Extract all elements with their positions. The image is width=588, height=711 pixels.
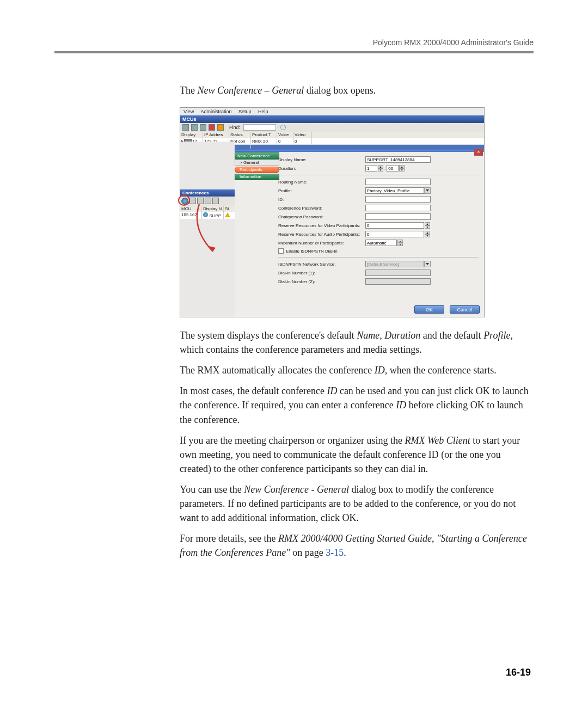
toolbar-icon-3[interactable] xyxy=(200,124,206,131)
col-voice[interactable]: Voice xyxy=(277,132,293,138)
p6-text: . xyxy=(344,547,346,558)
p1-name: Name xyxy=(357,330,379,341)
mcus-section-header: MCUs xyxy=(180,115,484,123)
p6-text: , xyxy=(432,533,437,544)
header-rule xyxy=(54,51,534,53)
page-number: 16-19 xyxy=(506,667,531,678)
display-name-input[interactable] xyxy=(365,156,431,163)
col-video[interactable]: Video xyxy=(293,132,312,138)
p5-text: You can use the xyxy=(180,484,244,495)
row-video: 0 xyxy=(293,138,312,144)
separator xyxy=(278,257,479,258)
conferences-section-header: Conferences xyxy=(180,189,235,197)
menu-admin[interactable]: Administration xyxy=(200,109,231,114)
conf-password-label: Conference Password: xyxy=(278,206,365,211)
duration-m-spinner[interactable]: ▲▼ xyxy=(399,165,405,171)
popup-participants[interactable]: Participants xyxy=(235,167,279,173)
close-icon[interactable]: × xyxy=(474,149,483,156)
menu-help[interactable]: Help xyxy=(258,109,268,114)
chair-password-label: Chairperson Password: xyxy=(278,214,365,219)
mcus-toolbar: Find: xyxy=(180,123,484,132)
delete-icon[interactable] xyxy=(209,124,215,131)
dialin2-label: Dial-in Number (2): xyxy=(278,279,365,284)
duration-minutes-input[interactable] xyxy=(387,165,399,171)
routing-name-label: Routing Name: xyxy=(278,180,365,185)
intro-dialog-name: New Conference – General xyxy=(197,85,304,96)
mcu-table-header: Display IP Addres Status Product T Voice… xyxy=(180,132,484,138)
reserve-video-spinner[interactable]: ▲▼ xyxy=(425,222,430,229)
find-input[interactable] xyxy=(243,124,276,131)
routing-name-input[interactable] xyxy=(365,179,431,185)
popup-general[interactable]: > General xyxy=(235,160,279,166)
id-input[interactable] xyxy=(365,196,431,203)
page-link[interactable]: 3-15 xyxy=(326,547,344,558)
p4-client: RMX Web Client xyxy=(405,435,470,446)
col-product[interactable]: Product T xyxy=(251,132,277,138)
col-status[interactable]: Status xyxy=(229,132,251,138)
reserve-video-label: Reserve Resources for Video Participants… xyxy=(278,223,365,228)
dropdown-arrow-icon[interactable] xyxy=(424,187,431,194)
ok-button[interactable]: OK xyxy=(414,305,444,314)
isdn-service-label: ISDN/PSTN Network Service: xyxy=(278,262,365,267)
enable-isdn-checkbox[interactable] xyxy=(278,248,284,254)
paragraph-4: If you are the meeting chairperson or or… xyxy=(180,433,534,476)
p1-text: The system displays the conference's def… xyxy=(180,330,357,341)
paragraph-3: In most cases, the default conference ID… xyxy=(180,384,534,426)
max-part-spinner[interactable]: ▲▼ xyxy=(397,240,403,246)
reserve-audio-spinner[interactable]: ▲▼ xyxy=(425,231,430,237)
max-participants-input[interactable] xyxy=(365,240,397,246)
page-header: Polycom RMX 2000/4000 Administrator's Gu… xyxy=(54,38,534,51)
p6-text: on page xyxy=(290,547,326,558)
p3-id: ID xyxy=(327,385,337,396)
conferences-label: Conferences xyxy=(182,191,209,195)
menu-view[interactable]: View xyxy=(183,109,194,114)
intro-line: The New Conference – General dialog box … xyxy=(180,83,534,97)
profile-label: Profile: xyxy=(278,188,365,193)
toolbar-icon-2[interactable] xyxy=(191,124,198,131)
paragraph-5: You can use the New Conference - General… xyxy=(180,482,534,525)
dialin2-input xyxy=(365,278,431,285)
p3-id: ID xyxy=(396,400,406,410)
p6-guide: RMX 2000/4000 Getting Started Guide xyxy=(278,533,432,544)
isdn-service-select xyxy=(365,261,424,267)
p3-text: In most cases, the default conference xyxy=(180,385,327,396)
duration-label: Duration: xyxy=(278,166,365,171)
intro-suffix: dialog box opens. xyxy=(304,85,376,96)
duration-hours-input[interactable] xyxy=(365,165,377,171)
find-label: Find: xyxy=(229,125,240,130)
context-popup: New Conference > General Participants In… xyxy=(235,152,279,180)
id-label: ID: xyxy=(278,197,365,202)
paragraph-1: The system displays the conference's def… xyxy=(180,328,534,357)
menu-setup[interactable]: Setup xyxy=(238,109,252,114)
cancel-button[interactable]: Cancel xyxy=(450,305,480,314)
max-participants-label: Maximum Number of Participants: xyxy=(278,241,365,246)
reserve-audio-label: Reserve Resources for Audio Participants… xyxy=(278,232,365,237)
row-voice: 0 xyxy=(277,138,293,144)
p6-text: For more details, see the xyxy=(180,533,278,544)
chair-password-input[interactable] xyxy=(365,213,431,220)
paragraph-6: For more details, see the RMX 2000/4000 … xyxy=(180,531,534,560)
profile-select[interactable] xyxy=(365,187,424,194)
p1-profile: Profile xyxy=(483,330,510,341)
reserve-video-input[interactable] xyxy=(365,222,424,229)
toolbar-icon-1[interactable] xyxy=(182,124,189,131)
p1-text: and the default xyxy=(420,330,483,341)
callout-arrow xyxy=(194,201,237,256)
toolbar-icon-5[interactable] xyxy=(217,124,224,131)
duration-h-spinner[interactable]: ▲▼ xyxy=(378,165,383,171)
col-display[interactable]: Display xyxy=(180,132,203,138)
p2-text: The RMX automatically allocates the conf… xyxy=(180,365,375,376)
reserve-audio-input[interactable] xyxy=(365,231,424,237)
col-ip[interactable]: IP Addres xyxy=(203,132,229,138)
popup-title: New Conference xyxy=(235,152,279,160)
dialog-main: Display Name: Duration: ▲▼ : ▲▼ Routing … xyxy=(273,152,484,304)
p1-duration: Duration xyxy=(384,330,420,341)
separator xyxy=(278,175,479,175)
paragraph-2: The RMX automatically allocates the conf… xyxy=(180,363,534,377)
p2-id: ID xyxy=(375,365,385,376)
conf-password-input[interactable] xyxy=(365,205,431,211)
p1-text: , xyxy=(379,330,384,341)
dialin1-input xyxy=(365,269,431,276)
popup-information[interactable]: Information xyxy=(235,174,279,180)
search-icon[interactable] xyxy=(280,125,286,130)
